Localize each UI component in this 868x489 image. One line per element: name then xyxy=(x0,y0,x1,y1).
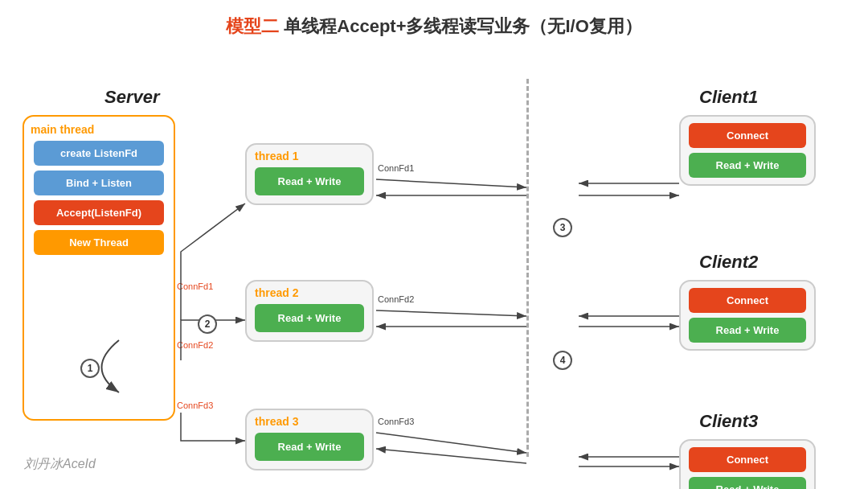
thread3-rw: Read + Write xyxy=(255,433,364,461)
svg-point-14 xyxy=(554,219,571,236)
thread2-label: thread 2 xyxy=(247,281,372,301)
client1-connect: Connect xyxy=(689,123,806,148)
client3-container: Connect Read + Write xyxy=(679,439,816,489)
svg-line-24 xyxy=(376,433,526,453)
thread2-container: thread 2 Read + Write xyxy=(245,280,374,342)
svg-point-21 xyxy=(554,351,571,369)
client3-connect: Connect xyxy=(689,447,806,472)
client2-connect: Connect xyxy=(689,288,806,313)
svg-text:ConnFd2: ConnFd2 xyxy=(378,294,414,304)
svg-line-17 xyxy=(376,310,526,316)
svg-text:ConnFd3: ConnFd3 xyxy=(378,417,414,426)
client1-container: Connect Read + Write xyxy=(679,115,816,186)
client1-rw: Read + Write xyxy=(689,153,806,178)
thread1-container: thread 1 Read + Write xyxy=(245,143,374,205)
thread2-rw: Read + Write xyxy=(255,304,364,332)
client2-label: Client2 xyxy=(699,252,758,273)
thread3-container: thread 3 Read + Write xyxy=(245,409,374,471)
svg-text:2: 2 xyxy=(205,318,211,330)
svg-text:ConnFd1: ConnFd1 xyxy=(177,281,213,291)
svg-text:ConnFd3: ConnFd3 xyxy=(177,401,213,410)
thread1-label: thread 1 xyxy=(247,145,372,164)
new-thread-box: New Thread xyxy=(34,230,164,255)
title-main: 单线程Accept+多线程读写业务（无I/O复用） xyxy=(284,16,642,36)
svg-line-10 xyxy=(376,179,526,187)
client2-rw: Read + Write xyxy=(689,318,806,343)
thread1-rw: Read + Write xyxy=(255,167,364,195)
main-thread-container: main thread create ListenFd Bind + Liste… xyxy=(23,115,175,421)
client2-container: Connect Read + Write xyxy=(679,280,816,351)
svg-text:ConnFd2: ConnFd2 xyxy=(177,340,213,350)
bind-listen-box: Bind + Listen xyxy=(34,171,164,195)
page-title: 模型二 单线程Accept+多线程读写业务（无I/O复用） xyxy=(0,0,868,47)
svg-text:3: 3 xyxy=(560,222,566,233)
client3-rw: Read + Write xyxy=(689,477,806,489)
client1-label: Client1 xyxy=(699,87,758,108)
divider-line xyxy=(526,79,529,457)
main-thread-label: main thread xyxy=(31,123,167,136)
svg-line-25 xyxy=(376,449,526,463)
create-listenfd-box: create ListenFd xyxy=(34,141,164,166)
client3-label: Client3 xyxy=(699,411,758,432)
svg-text:ConnFd1: ConnFd1 xyxy=(378,163,414,173)
server-section-label: Server xyxy=(104,87,160,108)
thread3-label: thread 3 xyxy=(247,410,372,429)
svg-text:4: 4 xyxy=(560,355,566,366)
svg-point-7 xyxy=(199,315,216,333)
watermark: 刘丹冰AceId xyxy=(24,456,96,473)
accept-box: Accept(ListenFd) xyxy=(34,200,164,225)
title-highlight: 模型二 xyxy=(226,16,279,36)
